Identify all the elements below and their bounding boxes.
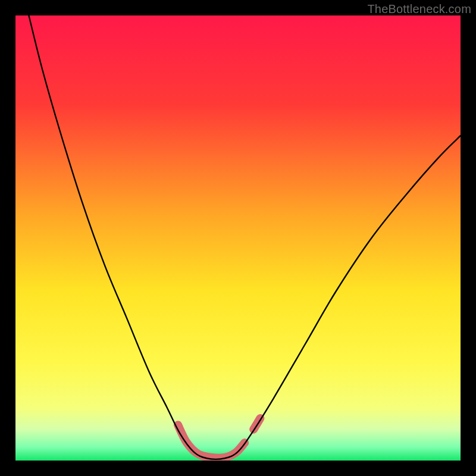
- chart-background: [15, 15, 461, 461]
- watermark-text: TheBottleneck.com: [367, 2, 471, 16]
- chart-frame: TheBottleneck.com: [0, 0, 476, 476]
- plot-area: [15, 15, 461, 461]
- chart-canvas: [15, 15, 461, 461]
